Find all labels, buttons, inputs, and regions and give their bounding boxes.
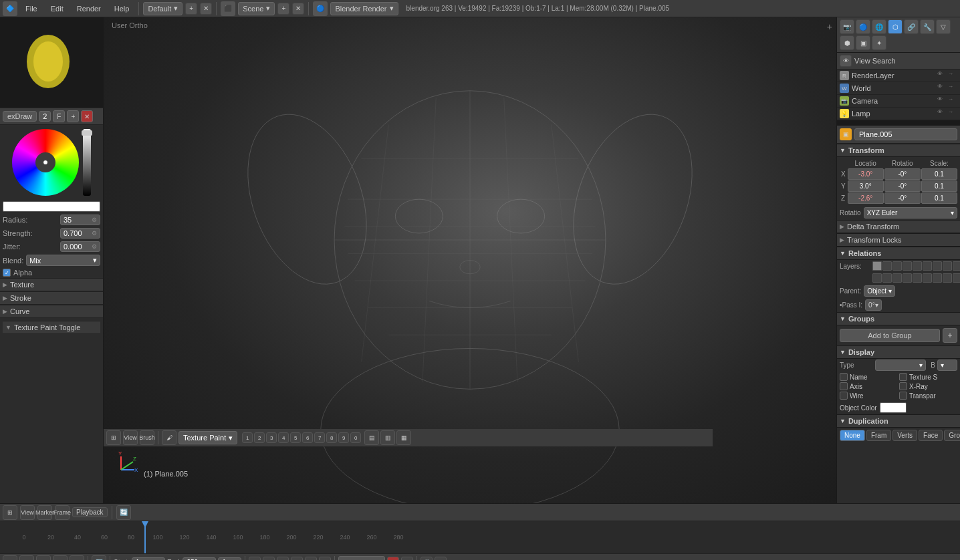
layer-4[interactable] [903, 261, 912, 271]
material-btn[interactable]: ▦ [396, 430, 411, 445]
layer-1[interactable] [872, 261, 882, 271]
world-props-btn[interactable]: 🌐 [872, 19, 886, 34]
layer-2[interactable] [882, 261, 892, 271]
camera-arrow-btn[interactable]: → [948, 96, 957, 106]
tg-y-loc[interactable]: 3.0° [848, 180, 884, 192]
delta-transform-header[interactable]: ▶ Delta Transform [837, 220, 960, 233]
viewport-icon-btn[interactable]: ⊞ [106, 430, 121, 445]
stroke-section-header[interactable]: ▶ Stroke [0, 291, 103, 305]
obj-color-swatch[interactable] [880, 402, 907, 413]
world-arrow-btn[interactable]: → [948, 84, 957, 93]
sync-icon-btn[interactable]: 🔄 [116, 505, 131, 520]
outliner-item-camera[interactable]: 📷 Camera 👁 → [837, 95, 960, 108]
view-btn-small[interactable]: 👁 [840, 55, 852, 67]
viewport-brush-btn[interactable]: Brush [140, 430, 154, 445]
layer-btn-7[interactable]: 7 [314, 432, 325, 443]
pass-field[interactable]: 0° ▾ [865, 299, 882, 311]
pb-prev-frame-btn[interactable]: ◀ [263, 557, 275, 561]
cb-wire-box[interactable] [840, 392, 848, 400]
relations-section-header[interactable]: ▼ Relations [837, 247, 960, 260]
layer-btn-10[interactable]: 0 [350, 432, 361, 443]
sync-dropdown[interactable]: No Sync ▾ [338, 556, 385, 561]
add-preset-btn[interactable]: + [185, 3, 197, 15]
tg-x-scale[interactable]: 0.1 [921, 168, 957, 180]
outliner-item-renderlayer[interactable]: R RenderLayer 👁 → [837, 69, 960, 82]
pb-play-rev-btn[interactable]: ◁ [277, 557, 289, 561]
layer-8[interactable] [943, 261, 952, 271]
current-frame-field[interactable]: 1 [218, 557, 241, 560]
paint-mode-dropdown[interactable]: Texture Paint ▾ [178, 431, 237, 444]
strength-adjust-btn[interactable]: ⚙ [92, 230, 97, 237]
dup-none-btn[interactable]: None [840, 430, 865, 441]
renderlayer-eye-btn[interactable]: 👁 [937, 71, 947, 80]
layer-15[interactable] [913, 273, 922, 283]
constraints-btn[interactable]: 🔗 [904, 19, 919, 34]
transform-section-header[interactable]: ▼ Transform [837, 144, 960, 157]
help-menu[interactable]: Help [109, 3, 135, 14]
curve-section-header[interactable]: ▶ Curve [0, 305, 103, 318]
layer-17[interactable] [933, 273, 942, 283]
group-plus-btn[interactable]: + [943, 328, 957, 343]
material-btn2[interactable]: ⬢ [840, 35, 854, 50]
paint-icon[interactable]: 🖌 [162, 430, 176, 445]
data-btn[interactable]: ▽ [936, 19, 951, 34]
scene-props-btn[interactable]: 🔵 [856, 19, 870, 34]
color-swatch[interactable] [3, 201, 100, 212]
bottom-view-btn[interactable]: View [19, 555, 34, 561]
timeline-frame-btn[interactable]: Frame [55, 505, 70, 520]
bottom-playback-btn[interactable]: Playback [70, 555, 84, 561]
bottom-marker-btn[interactable]: Marker [36, 555, 51, 561]
layer-11[interactable] [872, 273, 882, 283]
camera-eye-btn[interactable]: 👁 [937, 96, 947, 106]
file-menu[interactable]: File [20, 3, 43, 14]
render-props-btn[interactable]: 📷 [840, 19, 854, 34]
layer-btn-2[interactable]: 2 [254, 432, 265, 443]
layer-btn-4[interactable]: 4 [278, 432, 289, 443]
add-scene-btn[interactable]: + [277, 3, 289, 15]
rotation-mode-dropdown[interactable]: XYZ Euler ▾ [864, 207, 957, 219]
tg-y-scale[interactable]: 0.1 [921, 180, 957, 192]
slot-icon-btn[interactable]: ▤ [364, 430, 379, 445]
end-field[interactable]: 250 [183, 557, 216, 560]
edit-menu[interactable]: Edit [45, 3, 69, 14]
duplication-section-header[interactable]: ▼ Duplication [837, 414, 960, 428]
radius-adjust-btn[interactable]: ⚙ [92, 217, 97, 223]
brush-f-btn[interactable]: F [53, 110, 65, 122]
color-value-slider[interactable] [83, 129, 91, 196]
layer-14[interactable] [903, 273, 912, 283]
add-to-group-btn[interactable]: Add to Group [840, 329, 940, 342]
layer-btn-8[interactable]: 8 [326, 432, 337, 443]
dup-group-btn[interactable]: Group [944, 430, 960, 441]
display-b-dropdown[interactable]: ▾ [937, 360, 957, 371]
bottom-icon-btn[interactable]: ⊞ [3, 555, 17, 561]
jitter-field[interactable]: 0.000 ⚙ [60, 241, 100, 252]
cb-texture-s-box[interactable] [899, 373, 907, 381]
layer-7[interactable] [933, 261, 942, 271]
layer-3[interactable] [892, 261, 902, 271]
transform-locks-header[interactable]: ▶ Transform Locks [837, 233, 960, 247]
blend-dropdown[interactable]: Mix ▾ [26, 255, 100, 266]
texture-btn[interactable]: ▣ [856, 35, 870, 50]
jitter-adjust-btn[interactable]: ⚙ [92, 243, 97, 250]
object-name-field[interactable]: Plane.005 [854, 128, 957, 140]
layer-6[interactable] [923, 261, 932, 271]
outliner-item-lamp[interactable]: 💡 Lamp 👁 → [837, 108, 960, 120]
modifiers-btn[interactable]: 🔧 [920, 19, 935, 34]
pb-play-btn[interactable]: ▶ [291, 557, 303, 561]
viewport-view-btn[interactable]: View [123, 430, 138, 445]
layer-btn-9[interactable]: 9 [338, 432, 349, 443]
layer-19[interactable] [953, 273, 960, 283]
tg-y-rot[interactable]: -0° [884, 180, 921, 192]
record-opts-btn[interactable]: ▾ [401, 557, 413, 561]
tg-z-scale[interactable]: 0.1 [921, 192, 957, 204]
layer-18[interactable] [943, 273, 952, 283]
start-field[interactable]: 1 [132, 557, 165, 560]
scene-preset-dropdown[interactable]: Default ▾ [143, 2, 183, 15]
renderer-dropdown[interactable]: Blender Render ▾ [330, 2, 398, 15]
layer-btn-5[interactable]: 5 [290, 432, 301, 443]
remove-scene-btn[interactable]: ✕ [292, 3, 304, 15]
layer-12[interactable] [882, 273, 892, 283]
texture-paint-toggle-btn[interactable]: ▼ Texture Paint Toggle [3, 321, 100, 334]
layer-btn-6[interactable]: 6 [302, 432, 313, 443]
timeline-track[interactable]: 0 20 40 60 80 100 120 140 160 180 200 22… [0, 521, 960, 553]
